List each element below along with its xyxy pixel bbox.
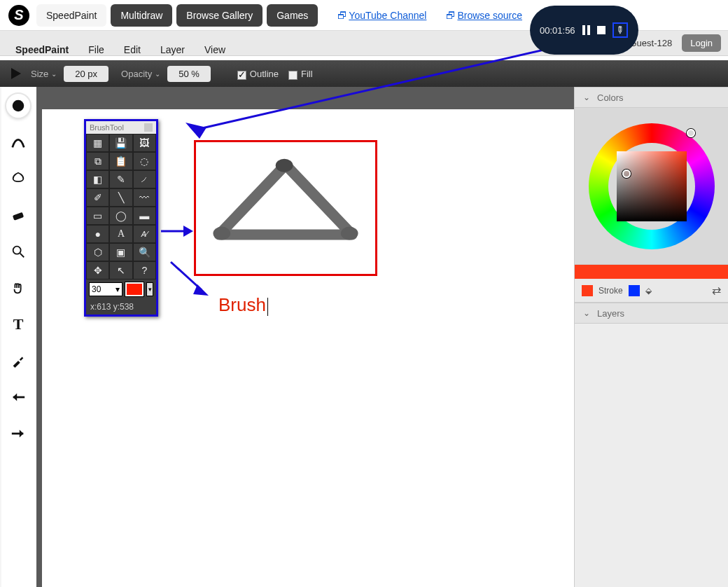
- brushtool-collapse-icon[interactable]: [144, 123, 153, 132]
- tool-undo[interactable]: [6, 385, 30, 409]
- svg-point-8: [341, 227, 358, 240]
- size-value[interactable]: 20 px: [64, 66, 108, 82]
- tab-speedpaint[interactable]: SpeedPaint: [36, 4, 106, 27]
- layers-label: Layers: [597, 308, 624, 319]
- opacity-label: Opacity: [121, 69, 152, 79]
- bp-pointer-icon[interactable]: ↖: [109, 261, 132, 279]
- tool-text[interactable]: T: [6, 312, 30, 336]
- screen-recorder-pill: 00:01:56 ✎: [530, 6, 638, 55]
- login-button[interactable]: Login: [682, 34, 721, 52]
- brushtool-bottom-row: 30▾ ▾: [86, 279, 156, 299]
- current-color-bar: [575, 265, 728, 279]
- brushtool-panel[interactable]: BrushTool ▦ 💾 🖼 ⧉ 📋 ◌ ◧ ✎ ⟋ ✐ ╲ 〰 ▭ ◯ ▬ …: [84, 119, 158, 317]
- svg-rect-1: [13, 212, 24, 221]
- bp-eraser2-icon[interactable]: ◧: [86, 170, 109, 188]
- right-panel: ⌄ Colors Stroke ⬙ ⇄ ⌄ Layers: [574, 87, 728, 587]
- annotation-arrow-right: [160, 221, 195, 242]
- svg-point-2: [13, 247, 21, 254]
- link-youtube[interactable]: YouTube Channel: [337, 10, 426, 21]
- bp-curve-icon[interactable]: 〰: [133, 188, 156, 207]
- tool-liquify[interactable]: [6, 167, 30, 191]
- left-toolbar: T: [0, 87, 36, 587]
- annotation-arrow-diag: [168, 259, 217, 301]
- pause-icon[interactable]: [582, 25, 590, 35]
- tool-eyedropper[interactable]: [6, 349, 30, 373]
- tab-browse-gallery[interactable]: Browse Gallery: [176, 4, 262, 27]
- brushtool-titlebar[interactable]: BrushTool: [86, 121, 156, 134]
- bp-copy-icon[interactable]: ⧉: [86, 152, 109, 170]
- canvas-text-brush[interactable]: Brush: [218, 294, 268, 316]
- bucket-icon[interactable]: ⬙: [645, 286, 652, 296]
- tab-multidraw[interactable]: Multidraw: [111, 4, 172, 27]
- bp-paste-icon[interactable]: 📋: [109, 152, 132, 170]
- bp-image-icon[interactable]: 🖼: [133, 134, 156, 152]
- bp-marquee-icon[interactable]: ◌: [133, 152, 156, 170]
- bp-pencil-icon[interactable]: ✎: [109, 170, 132, 188]
- brushtool-tool-grid: ▦ 💾 🖼 ⧉ 📋 ◌ ◧ ✎ ⟋ ✐ ╲ 〰 ▭ ◯ ▬ ● A A⁄ ⬡ ▣…: [86, 134, 156, 279]
- bp-help-icon[interactable]: ?: [133, 261, 156, 279]
- recorder-time: 00:01:56: [540, 25, 575, 36]
- bp-move-icon[interactable]: ✥: [86, 261, 109, 279]
- bp-ellipse-outline-icon[interactable]: ◯: [109, 207, 132, 225]
- bp-pathtext-icon[interactable]: A⁄: [133, 225, 156, 243]
- app-logo[interactable]: S: [8, 5, 29, 26]
- play-icon[interactable]: [11, 68, 21, 79]
- svg-point-6: [276, 159, 293, 172]
- bp-size-select[interactable]: 30▾: [89, 282, 122, 296]
- bp-color-dropdown[interactable]: ▾: [146, 282, 153, 296]
- brushtool-title: BrushTool: [90, 123, 124, 132]
- menu-title: SpeedPaint: [15, 44, 69, 55]
- bp-save-icon[interactable]: 💾: [109, 134, 132, 152]
- layers-section-header[interactable]: ⌄ Layers: [575, 303, 728, 324]
- bp-texttool-icon[interactable]: A: [109, 225, 132, 243]
- bp-rectfill-icon[interactable]: ▬: [133, 207, 156, 225]
- recorder-edit-icon[interactable]: ✎: [612, 22, 628, 38]
- bp-coordinates: x:613 y:538: [86, 299, 156, 315]
- fill-swatch[interactable]: [582, 285, 593, 296]
- annotation-red-frame: [194, 140, 377, 276]
- tool-redo[interactable]: [6, 422, 30, 446]
- tool-brush[interactable]: [6, 94, 30, 118]
- bp-ellipsefill-icon[interactable]: ●: [86, 225, 109, 243]
- text-caret: [267, 298, 268, 316]
- bp-line-icon[interactable]: ╲: [109, 188, 132, 207]
- svg-line-3: [20, 254, 24, 258]
- bp-color-swatch[interactable]: [125, 282, 144, 296]
- menu-file[interactable]: File: [88, 44, 104, 55]
- bp-new-icon[interactable]: ▦: [86, 134, 109, 152]
- link-source[interactable]: Browse source: [446, 10, 522, 21]
- tab-games[interactable]: Games: [267, 4, 318, 27]
- bp-select-icon[interactable]: ▣: [109, 243, 132, 261]
- stroke-row: Stroke ⬙ ⇄: [575, 279, 728, 303]
- size-label: Size: [31, 69, 48, 79]
- stop-icon[interactable]: [597, 26, 606, 34]
- tool-zoom[interactable]: [6, 240, 30, 263]
- stroke-label: Stroke: [598, 286, 623, 296]
- bp-rect-icon[interactable]: ▭: [86, 207, 109, 225]
- chevron-down-icon: ⌄: [583, 308, 590, 318]
- drawn-triangle: [206, 155, 365, 248]
- swap-colors-icon[interactable]: ⇄: [712, 284, 721, 297]
- stroke-swatch[interactable]: [629, 285, 640, 296]
- svg-point-0: [13, 100, 24, 112]
- hue-handle[interactable]: [687, 129, 695, 137]
- bp-pen-icon[interactable]: ✐: [86, 188, 109, 207]
- tool-pan[interactable]: [6, 276, 30, 300]
- tool-eraser[interactable]: [6, 203, 30, 227]
- tool-smudge[interactable]: [6, 130, 30, 154]
- bp-lasso-icon[interactable]: ⬡: [86, 243, 109, 261]
- satval-handle[interactable]: [622, 170, 631, 178]
- menu-edit[interactable]: Edit: [124, 44, 141, 55]
- bp-brush2-icon[interactable]: ⟋: [133, 170, 156, 188]
- svg-point-7: [213, 227, 230, 240]
- bp-zoom2-icon[interactable]: 🔍: [133, 243, 156, 261]
